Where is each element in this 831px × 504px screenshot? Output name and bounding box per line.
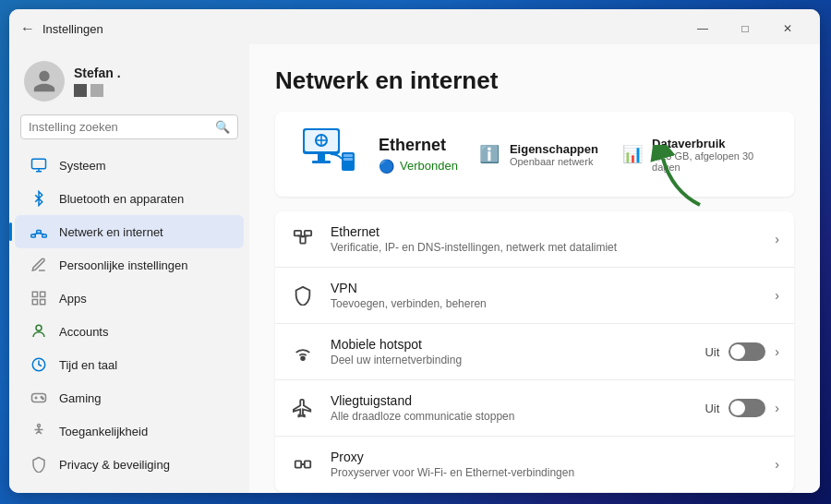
list-item-vliegtuig[interactable]: Vliegtuigstand Alle draadloze communicat…	[275, 380, 794, 437]
svg-line-35	[303, 235, 308, 236]
user-squares	[74, 84, 121, 97]
list-item-hotspot[interactable]: Mobiele hotspot Deel uw internetverbindi…	[275, 324, 794, 380]
svg-rect-4	[37, 231, 42, 234]
vliegtuig-toggle[interactable]	[729, 399, 765, 417]
proxy-right: ›	[775, 457, 779, 472]
eigenschappen-action[interactable]: ℹ️ Eigenschappen Openbaar netwerk	[476, 137, 598, 173]
eigenschappen-label: Eigenschappen	[510, 142, 598, 156]
proxy-text: Proxy Proxyserver voor Wi-Fi- en Etherne…	[331, 450, 760, 479]
search-box[interactable]: 🔍	[20, 114, 238, 139]
proxy-subtitle: Proxyserver voor Wi-Fi- en Ethernet-verb…	[331, 466, 760, 479]
sidebar-item-privacy[interactable]: Privacy & beveiliging	[15, 448, 244, 481]
sidebar-item-toegankelijkheid[interactable]: Toegankelijkheid	[15, 414, 244, 448]
svg-point-18	[42, 398, 44, 400]
svg-rect-10	[41, 300, 45, 305]
top-card-title: Ethernet	[379, 136, 458, 155]
sidebar-item-accounts[interactable]: Accounts	[15, 315, 244, 348]
vpn-title: VPN	[331, 281, 760, 295]
green-arrow	[644, 145, 718, 213]
tijd-label: Tijd en taal	[59, 358, 117, 372]
sidebar-item-persoonlijk[interactable]: Persoonlijke instellingen	[15, 248, 244, 282]
maximize-button[interactable]: □	[724, 15, 766, 42]
svg-rect-5	[42, 234, 47, 237]
tijd-icon	[30, 355, 48, 374]
vliegtuig-subtitle: Alle draadloze communicatie stoppen	[331, 410, 690, 423]
titlebar-controls: — □ ✕	[681, 15, 809, 42]
top-card-info: Ethernet 🔵 Verbonden	[379, 136, 458, 174]
search-input[interactable]	[29, 120, 210, 134]
sidebar-item-netwerk[interactable]: Netwerk en internet	[15, 215, 244, 248]
svg-rect-38	[305, 461, 310, 467]
hotspot-toggle[interactable]	[729, 342, 765, 361]
user-info: Stefan .	[74, 66, 121, 97]
ethernet-right: ›	[775, 232, 779, 246]
ethernet-text: Ethernet Verificatie, IP- en DNS-instell…	[331, 224, 760, 254]
vpn-text: VPN Toevoegen, verbinden, beheren	[331, 281, 760, 310]
back-button[interactable]: ←	[20, 20, 35, 37]
svg-rect-32	[300, 236, 306, 243]
ethernet-subtitle: Verificatie, IP- en DNS-instellingen, ne…	[331, 241, 760, 254]
proxy-title: Proxy	[331, 450, 760, 464]
titlebar-left: ← Instellingen	[20, 20, 103, 37]
close-button[interactable]: ✕	[766, 15, 809, 42]
privacy-label: Privacy & beveiliging	[59, 458, 170, 472]
svg-rect-37	[295, 461, 301, 467]
sidebar-item-gaming[interactable]: Gaming	[15, 381, 244, 414]
status-label: Verbonden	[400, 159, 458, 173]
list-item-proxy[interactable]: Proxy Proxyserver voor Wi-Fi- en Etherne…	[275, 437, 794, 492]
hotspot-title: Mobiele hotspot	[331, 337, 690, 352]
avatar	[24, 61, 65, 102]
svg-rect-11	[32, 300, 37, 305]
hotspot-text: Mobiele hotspot Deel uw internetverbindi…	[331, 337, 690, 366]
ethernet-icon	[290, 226, 316, 252]
netwerk-label: Netwerk en internet	[59, 225, 163, 239]
vpn-chevron: ›	[775, 288, 779, 303]
ethernet-title: Ethernet	[331, 224, 760, 239]
eigenschappen-text: Eigenschappen Openbaar netwerk	[510, 142, 598, 167]
minimize-button[interactable]: —	[681, 15, 724, 42]
search-icon: 🔍	[215, 120, 230, 134]
svg-point-19	[38, 425, 41, 427]
vliegtuig-status: Uit	[705, 402, 719, 415]
user-name: Stefan .	[74, 66, 121, 80]
svg-rect-33	[305, 231, 311, 236]
status-dot-icon: 🔵	[379, 159, 394, 174]
vpn-right: ›	[775, 288, 779, 303]
sidebar-item-tijd[interactable]: Tijd en taal	[15, 348, 244, 381]
gaming-icon	[30, 389, 48, 407]
sidebar-item-bluetooth[interactable]: Bluetooth en apparaten	[15, 182, 244, 215]
hotspot-right: Uit ›	[705, 342, 779, 361]
eigenschappen-icon: ℹ️	[476, 141, 502, 167]
user-section: Stefan .	[9, 52, 249, 114]
hotspot-icon	[290, 339, 316, 365]
svg-rect-8	[32, 292, 37, 296]
vliegtuig-icon	[290, 395, 316, 421]
sidebar: Stefan . 🔍 Systeem Bluetooth en apparate…	[9, 44, 249, 493]
apps-label: Apps	[59, 292, 87, 306]
persoonlijk-label: Persoonlijke instellingen	[59, 258, 187, 272]
svg-line-6	[33, 234, 39, 235]
sidebar-item-apps[interactable]: Apps	[15, 282, 244, 315]
page-title: Netwerk en internet	[275, 66, 794, 95]
nav-items: Systeem Bluetooth en apparaten Netwerk e…	[9, 149, 249, 481]
list-item-vpn[interactable]: VPN Toevoegen, verbinden, beheren ›	[275, 268, 794, 324]
svg-rect-23	[312, 161, 331, 163]
sidebar-item-systeem[interactable]: Systeem	[15, 149, 244, 182]
svg-rect-3	[31, 234, 36, 237]
vliegtuig-toggle-knob	[730, 401, 745, 415]
proxy-chevron: ›	[775, 457, 779, 472]
bluetooth-label: Bluetooth en apparaten	[59, 192, 184, 206]
toegankelijkheid-icon	[30, 422, 48, 440]
vliegtuig-title: Vliegtuigstand	[331, 393, 690, 408]
hotspot-subtitle: Deel uw internetverbinding	[331, 354, 690, 366]
list-item-ethernet[interactable]: Ethernet Verificatie, IP- en DNS-instell…	[275, 211, 794, 268]
hotspot-chevron: ›	[775, 344, 779, 359]
svg-line-34	[298, 235, 304, 236]
svg-point-36	[301, 357, 305, 361]
systeem-label: Systeem	[59, 159, 106, 173]
user-sq-dark	[74, 84, 87, 97]
svg-point-12	[36, 325, 42, 330]
privacy-icon	[30, 455, 48, 474]
persoonlijk-icon	[30, 256, 48, 274]
vpn-icon	[290, 282, 316, 308]
